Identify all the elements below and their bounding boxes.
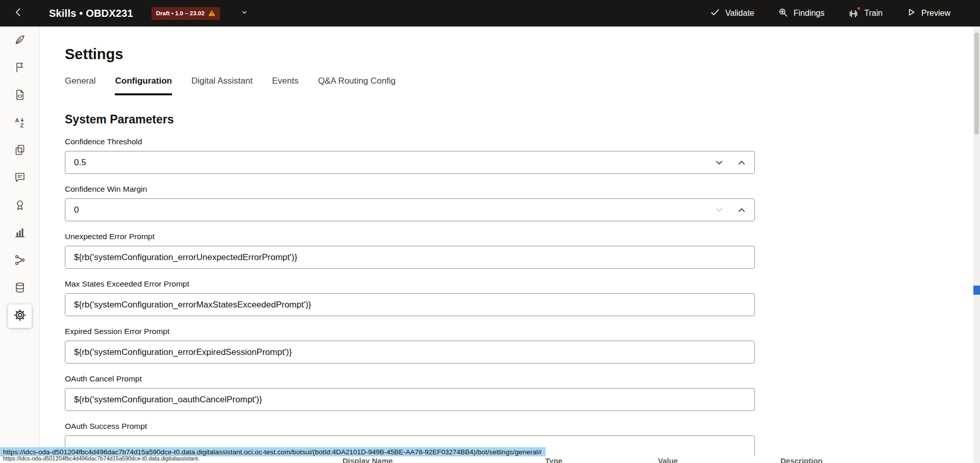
tab-configuration[interactable]: Configuration [115, 76, 172, 95]
sidebar-item-copy[interactable] [14, 145, 26, 157]
left-nav-rail: A Z [0, 27, 40, 463]
sidebar-item-quill[interactable] [14, 35, 26, 47]
sidebar-item-translate[interactable]: A Z [14, 117, 26, 130]
field-confidence-win-margin: Confidence Win Margin [65, 185, 755, 221]
version-badge: Draft • 1.0 – 23.02 [152, 7, 220, 20]
bottom-clipped-row: https://idcs-oda-d501204fbc4d496dac7b74d… [0, 456, 973, 463]
sidebar-item-settings[interactable] [8, 304, 32, 328]
vertical-scrollbar[interactable] [973, 27, 980, 463]
validate-label: Validate [725, 9, 754, 18]
preview-label: Preview [921, 9, 950, 18]
findings-icon [778, 7, 789, 20]
table-header-description: Description [780, 456, 823, 463]
table-header-display-name: Display Name [342, 456, 393, 463]
section-title: System Parameters [65, 113, 973, 126]
page-title: Settings [65, 46, 973, 63]
browser-status-url: https://idcs-oda-d501204fbc4d496dac7b74d… [0, 447, 546, 456]
translate-icon: A Z [14, 116, 26, 131]
skill-title: Skills • OBDX231 [49, 8, 133, 19]
scrollbar-thumb[interactable] [974, 33, 979, 135]
back-button[interactable] [11, 6, 26, 20]
step-down-button[interactable] [714, 158, 724, 168]
share-icon [14, 254, 26, 268]
train-button[interactable]: Train [848, 8, 883, 19]
settings-page: Settings General Configuration Digital A… [40, 27, 973, 463]
step-up-button[interactable] [737, 158, 747, 168]
settings-tabs: General Configuration Digital Assistant … [65, 76, 973, 95]
database-icon [14, 281, 26, 296]
svg-text:A: A [15, 117, 19, 123]
skill-menu-caret[interactable] [240, 8, 249, 18]
sidebar-item-share[interactable] [14, 255, 26, 267]
tab-digital-assistant[interactable]: Digital Assistant [191, 76, 253, 95]
sidebar-item-chat[interactable] [14, 172, 26, 185]
chart-icon [14, 226, 26, 241]
version-badge-label: Draft • 1.0 – 23.02 [156, 10, 205, 16]
gear-icon [13, 308, 27, 324]
file-code-icon [14, 89, 26, 103]
field-label: Max States Exceeded Error Prompt [65, 279, 755, 289]
copy-icon [14, 144, 26, 158]
chat-icon [14, 171, 26, 186]
check-icon [710, 7, 720, 19]
field-label: OAuth Cancel Prompt [65, 374, 755, 383]
chevron-down-icon [240, 8, 249, 18]
confidence-threshold-input[interactable] [65, 151, 755, 174]
svg-text:Z: Z [20, 122, 23, 128]
field-label: Confidence Threshold [65, 137, 755, 146]
field-expired-session-error-prompt: Expired Session Error Prompt [65, 327, 755, 364]
scroll-find-marker [973, 286, 980, 295]
tab-qa-routing-config[interactable]: Q&A Routing Config [318, 76, 396, 95]
sidebar-item-award[interactable] [14, 200, 26, 212]
clipped-url-text: https://idcs-oda-d501204fbc4d496dac7b74d… [3, 456, 200, 461]
tab-general[interactable]: General [65, 76, 95, 95]
tab-events[interactable]: Events [272, 76, 299, 95]
confidence-win-margin-input[interactable] [65, 198, 755, 221]
sidebar-item-chart[interactable] [14, 227, 26, 240]
field-unexpected-error-prompt: Unexpected Error Prompt [65, 232, 755, 269]
step-down-button-disabled[interactable] [714, 205, 724, 215]
sidebar-item-flag[interactable] [14, 62, 26, 74]
sidebar-item-file-code[interactable] [14, 90, 26, 102]
warning-icon [208, 10, 215, 17]
field-label: OAuth Success Prompt [65, 422, 755, 431]
award-icon [14, 199, 26, 213]
preview-button[interactable]: Preview [906, 7, 950, 19]
preview-play-icon [906, 7, 916, 19]
field-label: Unexpected Error Prompt [65, 232, 755, 241]
train-icon [848, 8, 859, 19]
field-label: Confidence Win Margin [65, 185, 755, 194]
validate-button[interactable]: Validate [710, 7, 754, 19]
field-oauth-cancel-prompt: OAuth Cancel Prompt [65, 374, 755, 411]
field-label: Expired Session Error Prompt [65, 327, 755, 336]
table-header-value: Value [658, 456, 678, 463]
max-states-exceeded-error-prompt-input[interactable] [65, 293, 755, 316]
field-max-states-exceeded-error-prompt: Max States Exceeded Error Prompt [65, 279, 755, 316]
oauth-cancel-prompt-input[interactable] [65, 388, 755, 411]
chevron-left-icon [13, 7, 23, 19]
topbar: Skills • OBDX231 Draft • 1.0 – 23.02 Val… [0, 0, 980, 27]
unexpected-error-prompt-input[interactable] [65, 246, 755, 269]
findings-button[interactable]: Findings [778, 7, 824, 20]
field-confidence-threshold: Confidence Threshold [65, 137, 755, 174]
train-status-dot [856, 6, 861, 11]
step-up-button[interactable] [737, 205, 747, 215]
flag-icon [14, 61, 26, 75]
table-header-type: Type [545, 456, 562, 463]
expired-session-error-prompt-input[interactable] [65, 341, 755, 364]
sidebar-item-database[interactable] [14, 282, 26, 295]
findings-label: Findings [794, 9, 824, 18]
train-label: Train [864, 9, 883, 18]
topbar-actions: Validate Findings Train Preview [710, 7, 950, 20]
quill-icon [14, 34, 26, 48]
